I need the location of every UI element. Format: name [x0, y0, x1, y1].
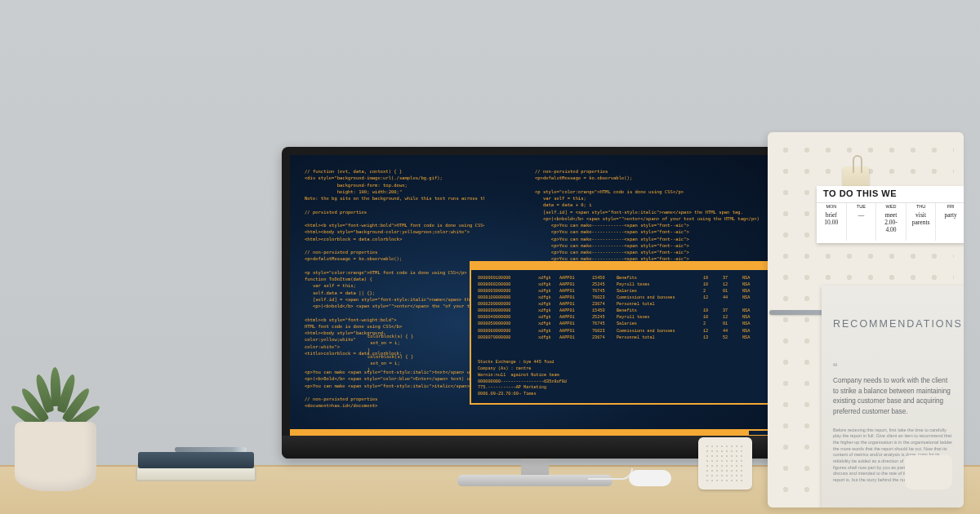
terminal-cell: 2 — [703, 288, 719, 295]
terminal-cell: AAPP01 — [559, 314, 589, 321]
terminal-cell: 12 — [703, 295, 719, 301]
terminal-cell: NSA — [742, 288, 762, 295]
terminal-cell: xdfgk — [538, 288, 556, 295]
terminal-cell: 25245 — [592, 314, 613, 321]
todo-entry: party — [935, 210, 964, 241]
terminal-cell — [723, 301, 739, 308]
terminal-cell: xdfgk — [538, 335, 556, 341]
terminal-cell: 01 — [723, 321, 739, 327]
speaker — [698, 437, 752, 490]
terminal-cell: Salaries — [617, 288, 700, 295]
terminal-cell: 76023 — [592, 328, 613, 335]
terminal-cell: 23674 — [592, 301, 613, 308]
todo-entry: meet 2.00- 4.00 — [875, 210, 906, 241]
todo-entry: — — [846, 210, 876, 241]
terminal-cell: Commissions and bonuses — [617, 328, 700, 335]
terminal-cell: NSA — [742, 314, 762, 321]
terminal-cell: Personnel total — [617, 335, 700, 341]
terminal-cell: 10 — [703, 281, 719, 288]
pegboard: TO DO THIS WE MONTUEWEDTHUFRI brief 10.0… — [768, 132, 964, 507]
terminal-cell: xdfgk — [538, 295, 556, 301]
mouse — [629, 470, 671, 486]
terminal-cell: 25245 — [592, 281, 613, 288]
terminal-cell: NSA — [742, 275, 762, 281]
terminal-cell: AAPP01 — [559, 335, 589, 341]
terminal-cell: 37 — [723, 308, 739, 314]
terminal-cell: NSA — [742, 281, 762, 288]
terminal-cell: Commissions and bonuses — [617, 295, 700, 301]
terminal-cell: NSA — [742, 321, 762, 327]
terminal-cell: 0008003000000 — [478, 288, 535, 295]
terminal-cell: xdfgk — [538, 321, 556, 327]
terminal-cell: Salaries — [617, 321, 700, 327]
terminal-cell: 76023 — [592, 295, 613, 301]
todo-card: TO DO THIS WE MONTUEWEDTHUFRI brief 10.0… — [817, 186, 964, 243]
terminal-cell: 76745 — [592, 321, 613, 327]
todo-entries-row: brief 10.00—meet 2.00- 4.00visit parents… — [817, 210, 964, 241]
terminal-cell: 23674 — [592, 335, 613, 341]
terminal-cell — [742, 301, 762, 308]
terminal-cell: 15450 — [592, 275, 613, 281]
terminal-cell: 19 — [703, 275, 719, 281]
terminal-cell: AAPP01 — [559, 295, 589, 301]
code-block-indent: colorblock(s) { } set_on = i; } colorblo… — [368, 333, 413, 374]
terminal-cell: 0008040000000 — [478, 314, 535, 321]
mug — [905, 455, 952, 490]
terminal-cell: Benefits — [617, 275, 700, 281]
terminal-window: 0008000100000xdfgkAAPP0115450Benefits193… — [470, 261, 770, 405]
todo-day: THU — [906, 203, 936, 210]
mouse-cable — [588, 468, 633, 480]
terminal-cell: 13 — [703, 335, 719, 341]
terminal-cell: xdfgk — [538, 314, 556, 321]
notebook-stack — [136, 445, 256, 481]
code-block-right: // non-persisted properties <p>defalutMe… — [535, 168, 764, 263]
terminal-cell: Payroll taxes — [617, 281, 700, 288]
terminal-cell: NSA — [742, 335, 762, 341]
terminal-cell: 15450 — [592, 308, 613, 314]
monitor: // function (evt, data, context) { } <di… — [282, 147, 786, 459]
terminal-cell: 0008000100000 — [478, 275, 535, 281]
terminal-cell: 37 — [723, 275, 739, 281]
terminal-cell: 19 — [703, 308, 719, 314]
terminal-cell: 10 — [703, 314, 719, 321]
terminal-cell: Personnel total — [617, 301, 700, 308]
terminal-body: 0008000100000xdfgkAAPP0115450Benefits193… — [471, 270, 768, 346]
terminal-cell: xdfgk — [538, 328, 556, 335]
terminal-cell: xdfgk — [538, 281, 556, 288]
terminal-cell: AAPP01 — [559, 321, 589, 327]
terminal-cell: 76745 — [592, 288, 613, 295]
terminal-cell: 01 — [723, 288, 739, 295]
terminal-cell: 44 — [723, 295, 739, 301]
terminal-cell: xdfgk — [538, 301, 556, 308]
pen — [175, 447, 247, 452]
todo-day: TUE — [846, 203, 876, 210]
terminal-cell: 0008000200000 — [478, 281, 535, 288]
terminal-cell: 12 — [703, 328, 719, 335]
terminal-titlebar — [471, 263, 768, 270]
terminal-cell: AAPP01 — [559, 288, 589, 295]
terminal-cell: Payroll taxes — [617, 314, 700, 321]
terminal-cell: AAPP01 — [559, 281, 589, 288]
terminal-cell: 12 — [723, 314, 739, 321]
terminal-cell: AAPP01 — [559, 301, 589, 308]
plant-pot — [15, 422, 96, 491]
terminal-cell: 0008050000000 — [478, 321, 535, 327]
terminal-cell: 2 — [703, 321, 719, 327]
terminal-cell: Benefits — [617, 308, 700, 314]
terminal-cell: 52 — [723, 335, 739, 341]
terminal-cell: AAPP01 — [559, 328, 589, 335]
terminal-footer: Stocks Exchange : bye 445 food Company (… — [471, 360, 573, 398]
todo-entry: brief 10.00 — [817, 210, 846, 241]
terminal-cell: 0008100000000 — [478, 295, 535, 301]
terminal-cell — [703, 301, 719, 308]
terminal-cell: xdfgk — [538, 308, 556, 314]
terminal-cell: 0008030000000 — [478, 308, 535, 314]
terminal-cell: NSA — [742, 328, 762, 335]
terminal-cell: NSA — [742, 295, 762, 301]
terminal-cell: 0008200000000 — [478, 301, 535, 308]
terminal-cell: xdfgk — [538, 275, 556, 281]
taskbar — [290, 429, 778, 436]
terminal-cell: 0008070000000 — [478, 335, 535, 341]
code-block-left: // function (evt, data, context) { } <di… — [305, 168, 484, 357]
recommendations-title: RECOMMENDATIONS: — [833, 318, 954, 330]
